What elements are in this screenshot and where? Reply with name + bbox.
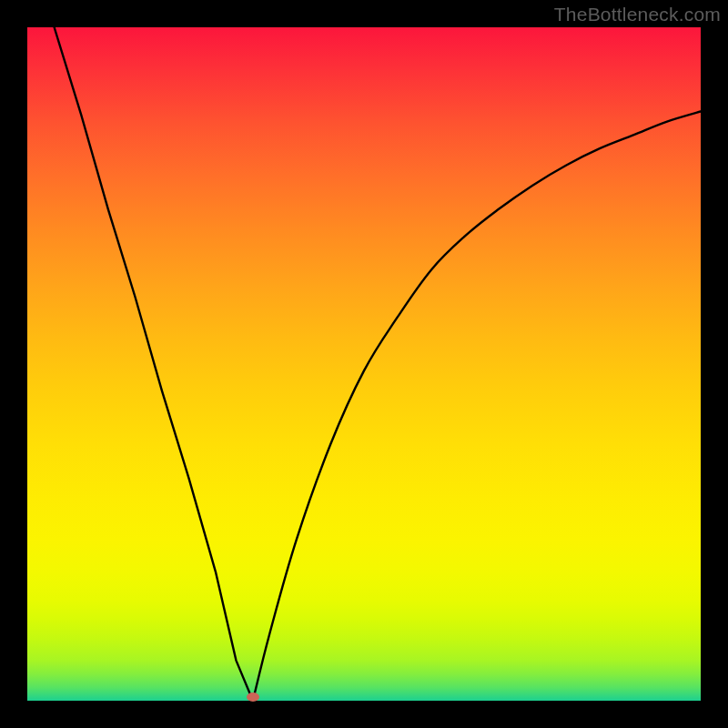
chart-frame: TheBottleneck.com bbox=[0, 0, 728, 728]
attribution-text: TheBottleneck.com bbox=[554, 4, 721, 25]
bottleneck-curve bbox=[27, 27, 701, 701]
minimum-marker bbox=[247, 693, 259, 702]
